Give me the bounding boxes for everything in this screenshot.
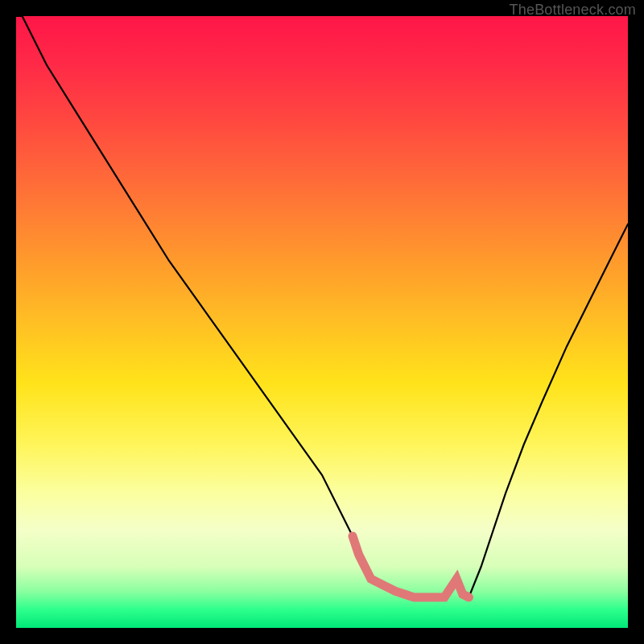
- highlight-band: [353, 536, 469, 597]
- chart-frame: TheBottleneck.com: [0, 0, 644, 644]
- plot-area: [16, 16, 628, 628]
- bottleneck-curve: [16, 16, 628, 597]
- curve-layer: [16, 16, 628, 628]
- watermark-text: TheBottleneck.com: [510, 2, 636, 19]
